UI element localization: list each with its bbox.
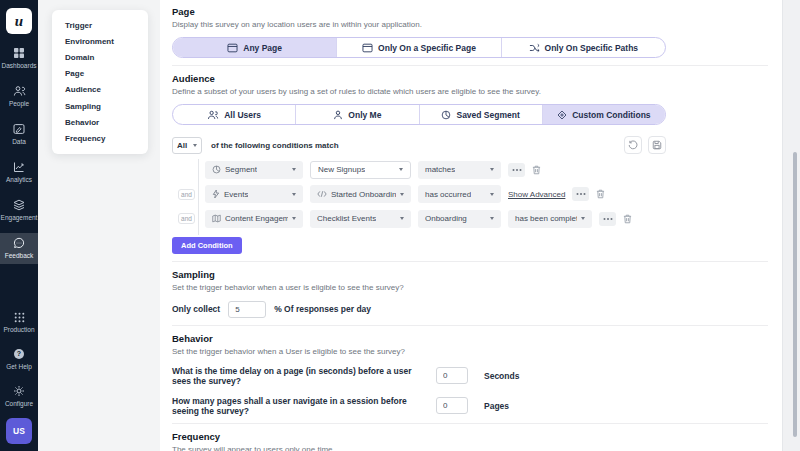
sidebar-item-data[interactable]: Data [0, 119, 38, 150]
condition-operator-dropdown[interactable]: has been completed [508, 210, 592, 228]
option-label: Only Me [348, 110, 381, 120]
condition-operator-dropdown[interactable]: matches [418, 161, 501, 179]
match-type-value: All [177, 141, 187, 150]
menu-item-frequency[interactable]: Frequency [52, 130, 148, 146]
option-all-users[interactable]: All Users [173, 105, 296, 124]
sidebar-item-label: Production [3, 326, 34, 333]
sidebar-item-people[interactable]: People [0, 81, 38, 112]
section-menu: Trigger Environment Domain Page Audience… [52, 10, 148, 154]
match-text: of the following conditions match [211, 141, 339, 150]
ellipsis-icon [576, 192, 586, 196]
show-advanced-link[interactable]: Show Advanced [508, 190, 565, 199]
save-icon [652, 140, 662, 150]
sidebar-item-configure[interactable]: Configure [0, 381, 38, 412]
option-custom-conditions[interactable]: Custom Conditions [543, 105, 665, 124]
data-icon [13, 123, 25, 135]
section-divider [172, 65, 768, 66]
save-conditions-button[interactable] [648, 136, 666, 154]
sidebar-item-feedback[interactable]: Feedback [0, 233, 38, 264]
delete-condition-button[interactable] [623, 214, 632, 224]
option-specific-paths[interactable]: Only On Specific Paths [502, 38, 665, 57]
app-logo[interactable]: u [6, 8, 32, 34]
sidebar-item-analytics[interactable]: Analytics [0, 157, 38, 188]
menu-item-trigger[interactable]: Trigger [52, 17, 148, 33]
option-label: All Users [224, 110, 261, 120]
conditions-list: Segment New Signups matches and Events [172, 161, 732, 228]
condition-operator-value: has been completed [515, 214, 577, 223]
chevron-down-icon [292, 168, 296, 171]
menu-item-audience[interactable]: Audience [52, 82, 148, 98]
delete-condition-button[interactable] [596, 189, 605, 199]
match-type-select[interactable]: All [172, 137, 202, 154]
app-sidebar: u Dashboards People Data Analytics [0, 0, 38, 451]
section-divider [172, 325, 768, 326]
audience-section-title: Audience [172, 73, 782, 84]
more-options-button[interactable] [508, 163, 525, 177]
and-chip: and [178, 213, 195, 224]
sidebar-item-label: Analytics [6, 176, 32, 183]
chevron-down-icon [193, 144, 197, 147]
sidebar-item-label: Dashboards [1, 62, 36, 69]
engagement-icon [13, 199, 25, 211]
condition-type-dropdown[interactable]: Content Engagement [205, 210, 303, 228]
condition-value-dropdown[interactable]: New Signups [310, 161, 411, 179]
condition-type-dropdown[interactable]: Events [205, 185, 303, 203]
settings-panel: Page Display this survey on any location… [160, 0, 782, 451]
sidebar-item-label: Engagement [1, 214, 38, 221]
analytics-icon [13, 161, 25, 173]
condition-value: Checklist Events [317, 214, 376, 223]
menu-item-environment[interactable]: Environment [52, 33, 148, 49]
sidebar-item-label: Feedback [5, 252, 34, 259]
condition-operator-value: matches [425, 165, 455, 174]
add-condition-button[interactable]: Add Condition [172, 237, 242, 254]
chevron-down-icon [400, 217, 404, 220]
scrollbar-track[interactable] [782, 0, 800, 451]
trash-icon [532, 165, 541, 175]
menu-item-domain[interactable]: Domain [52, 49, 148, 65]
people-icon [13, 85, 26, 97]
option-saved-segment[interactable]: Saved Segment [420, 105, 543, 124]
menu-item-behavior[interactable]: Behavior [52, 114, 148, 130]
scrollbar-thumb[interactable] [793, 152, 797, 437]
reset-conditions-button[interactable] [624, 136, 642, 154]
pie-icon [212, 165, 221, 174]
condition-value-dropdown[interactable]: Checklist Events [310, 210, 411, 228]
menu-item-sampling[interactable]: Sampling [52, 98, 148, 114]
sidebar-item-engagement[interactable]: Engagement [0, 195, 38, 226]
condition-type-dropdown[interactable]: Segment [205, 161, 303, 179]
sampling-section-title: Sampling [172, 269, 782, 280]
behavior-delay-input[interactable] [436, 367, 468, 384]
chevron-down-icon [490, 217, 494, 220]
menu-item-page[interactable]: Page [52, 66, 148, 82]
sidebar-item-get-help[interactable]: ? Get Help [0, 344, 38, 375]
sidebar-item-dashboards[interactable]: Dashboards [0, 43, 38, 74]
more-options-button[interactable] [599, 212, 616, 226]
condition-type-value: Content Engagement [225, 214, 288, 223]
option-any-page[interactable]: Any Page [173, 38, 337, 57]
more-options-button[interactable] [572, 187, 589, 201]
option-specific-page[interactable]: Only On a Specific Page [337, 38, 501, 57]
sidebar-item-production[interactable]: Production [0, 308, 38, 338]
chevron-down-icon [292, 193, 296, 196]
option-only-me[interactable]: Only Me [296, 105, 419, 124]
behavior-pages-input[interactable] [436, 397, 468, 414]
condition-value-dropdown[interactable]: Started Onboarding [310, 185, 411, 203]
sampling-row: Only collect % Of responses per day [172, 301, 782, 318]
chevron-down-icon [490, 193, 494, 196]
frequency-section-title: Frequency [172, 431, 782, 442]
undo-icon [628, 140, 638, 150]
dashboards-icon [13, 47, 25, 59]
delete-condition-button[interactable] [532, 165, 541, 175]
condition-operator-dropdown[interactable]: has occurred [418, 185, 501, 203]
behavior-delay-unit: Seconds [484, 371, 519, 381]
condition-subvalue-dropdown[interactable]: Onboarding [418, 210, 501, 228]
feedback-icon [13, 237, 25, 249]
and-chip: and [178, 189, 195, 200]
help-icon: ? [13, 348, 25, 360]
page-section-title: Page [172, 6, 782, 17]
sampling-percent-input[interactable] [228, 301, 266, 318]
user-avatar[interactable]: US [6, 418, 32, 444]
condition-row: Segment New Signups matches [205, 161, 732, 179]
frequency-section-subtitle: The survey will appear to users only one… [172, 445, 782, 451]
sidebar-nav: Dashboards People Data Analytics Engagem… [0, 43, 38, 271]
